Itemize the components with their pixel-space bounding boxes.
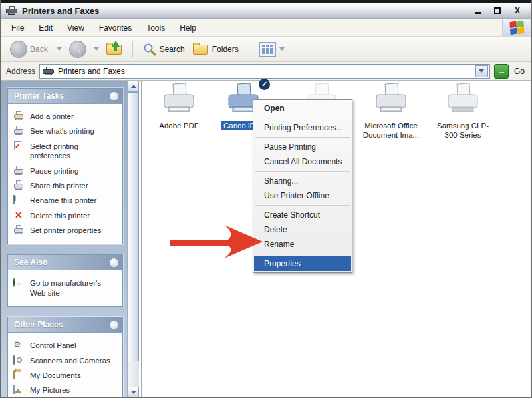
printer-icon bbox=[370, 83, 412, 116]
up-button[interactable] bbox=[104, 41, 125, 57]
menu-tools[interactable]: Tools bbox=[140, 21, 172, 35]
see-also-header[interactable]: See Also bbox=[8, 255, 122, 270]
context-use-printer-offline[interactable]: Use Printer Offline bbox=[253, 188, 352, 203]
context-properties[interactable]: Properties bbox=[254, 256, 351, 271]
link-my-pictures[interactable]: My Pictures bbox=[12, 383, 120, 397]
link-scanners-and-cameras[interactable]: Scanners and Cameras bbox=[12, 353, 120, 368]
context-create-shortcut[interactable]: Create Shortcut bbox=[253, 208, 352, 222]
task-pane: Printer Tasks Add a printer See what's p… bbox=[1, 81, 127, 398]
link-my-documents[interactable]: My Documents bbox=[12, 368, 120, 383]
go-button[interactable]: → bbox=[494, 64, 509, 79]
close-button[interactable]: X bbox=[513, 6, 522, 15]
folders-button[interactable]: Folders bbox=[190, 41, 241, 57]
context-delete[interactable]: Delete bbox=[253, 222, 352, 237]
window-printer-icon bbox=[6, 6, 18, 15]
back-button[interactable]: ← Back bbox=[7, 39, 52, 60]
task-add-a-printer[interactable]: Add a printer bbox=[12, 109, 120, 124]
my-pictures-icon bbox=[13, 385, 25, 395]
go-label: Go bbox=[514, 67, 525, 76]
menu-edit[interactable]: Edit bbox=[32, 21, 59, 35]
views-icon bbox=[259, 42, 276, 57]
task-share-this-printer[interactable]: Share this printer bbox=[12, 178, 120, 193]
search-button[interactable]: Search bbox=[140, 41, 188, 58]
printer-label: Microsoft Office Document Ima... bbox=[360, 122, 422, 140]
back-dropdown-icon[interactable] bbox=[57, 47, 62, 51]
menu-separator bbox=[255, 205, 350, 206]
toolbar: ← Back → Search Folders bbox=[1, 37, 531, 62]
task-delete-this-printer[interactable]: ✕ Delete this printer bbox=[12, 208, 120, 223]
collapse-button[interactable] bbox=[110, 258, 118, 267]
task-see-whats-printing[interactable]: See what's printing bbox=[12, 124, 120, 138]
collapse-button[interactable] bbox=[110, 321, 118, 329]
red-arrow-annotation bbox=[170, 223, 266, 260]
forward-button[interactable]: → bbox=[66, 39, 89, 60]
context-rename[interactable]: Rename bbox=[253, 237, 352, 252]
printer-microsoft-office[interactable]: Microsoft Office Document Ima... bbox=[360, 83, 422, 140]
content-area: Printer Tasks Add a printer See what's p… bbox=[1, 81, 531, 398]
other-places-panel: Other Places ⚙ Control Panel Scanners an… bbox=[7, 317, 123, 398]
title-bar: Printers and Faxes X bbox=[1, 0, 531, 19]
task-select-printing-preferences[interactable]: ✓ Select printing preferences bbox=[12, 139, 120, 164]
task-rename-this-printer[interactable]: Rename this printer bbox=[12, 193, 120, 208]
scrollbar-track[interactable] bbox=[128, 92, 139, 387]
menu-separator bbox=[255, 137, 350, 138]
menu-favorites[interactable]: Favorites bbox=[92, 21, 138, 35]
forward-arrow-icon: → bbox=[69, 41, 86, 58]
menu-file[interactable]: File bbox=[5, 21, 31, 35]
rename-printer-icon bbox=[13, 195, 25, 205]
minimize-button[interactable] bbox=[473, 6, 482, 15]
context-open[interactable]: Open bbox=[253, 101, 352, 116]
address-input[interactable]: Printers and Faxes bbox=[39, 64, 490, 79]
address-dropdown-button[interactable] bbox=[475, 65, 488, 77]
up-folder-icon bbox=[106, 43, 122, 55]
sidebar-scrollbar[interactable] bbox=[127, 81, 139, 398]
printer-tasks-header[interactable]: Printer Tasks bbox=[8, 89, 122, 104]
scrollbar-thumb[interactable] bbox=[128, 92, 139, 361]
website-globe-icon bbox=[13, 278, 25, 288]
collapse-button[interactable] bbox=[110, 92, 118, 100]
printer-icon bbox=[158, 83, 200, 116]
task-set-printer-properties[interactable]: Set printer properties bbox=[12, 223, 120, 238]
maximize-button[interactable] bbox=[493, 6, 502, 15]
forward-dropdown-icon[interactable] bbox=[94, 47, 99, 51]
file-list-area: Adobe PDF ✓ Canon iP45 bbox=[141, 81, 531, 398]
context-cancel-all-documents[interactable]: Cancel All Documents bbox=[253, 154, 352, 169]
printer-icon bbox=[442, 83, 483, 116]
context-printing-preferences[interactable]: Printing Preferences... bbox=[253, 120, 352, 135]
menu-separator bbox=[255, 171, 350, 172]
menu-view[interactable]: View bbox=[61, 21, 91, 35]
context-sharing[interactable]: Sharing... bbox=[253, 174, 352, 188]
address-bar: Address Printers and Faxes → Go bbox=[1, 62, 531, 81]
printer-samsung-clp300[interactable]: Samsung CLP-300 Series bbox=[432, 83, 493, 140]
scanners-cameras-icon bbox=[13, 355, 25, 365]
menu-separator bbox=[255, 118, 350, 118]
folders-icon bbox=[193, 43, 209, 55]
printer-tasks-panel: Printer Tasks Add a printer See what's p… bbox=[7, 88, 123, 244]
context-pause-printing[interactable]: Pause Printing bbox=[253, 140, 352, 154]
printer-label: Samsung CLP-300 Series bbox=[432, 122, 493, 140]
views-dropdown-icon bbox=[279, 47, 285, 51]
add-printer-icon bbox=[13, 111, 25, 121]
task-pause-printing[interactable]: Pause printing bbox=[12, 164, 120, 178]
context-menu: Open Printing Preferences... Pause Print… bbox=[253, 99, 352, 273]
window-title: Printers and Faxes bbox=[22, 6, 473, 16]
scroll-up-button[interactable] bbox=[128, 81, 139, 92]
link-manufacturer-website[interactable]: Go to manufacturer's Web site bbox=[12, 276, 120, 300]
printer-adobe-pdf[interactable]: Adobe PDF bbox=[148, 83, 209, 131]
default-printer-badge: ✓ bbox=[259, 79, 270, 90]
scroll-down-button[interactable] bbox=[128, 387, 139, 398]
menu-bar: File Edit View Favorites Tools Help bbox=[1, 19, 531, 37]
back-arrow-icon: ← bbox=[10, 41, 27, 58]
windows-logo bbox=[502, 19, 531, 36]
toolbar-separator bbox=[132, 41, 133, 58]
menu-help[interactable]: Help bbox=[173, 21, 203, 35]
address-label: Address bbox=[6, 67, 35, 76]
link-control-panel[interactable]: ⚙ Control Panel bbox=[12, 338, 120, 353]
pause-printer-icon bbox=[13, 166, 25, 176]
control-panel-icon: ⚙ bbox=[13, 340, 25, 350]
address-printer-icon bbox=[43, 67, 55, 76]
menu-separator bbox=[255, 254, 350, 254]
other-places-header[interactable]: Other Places bbox=[8, 317, 122, 333]
views-button[interactable] bbox=[257, 40, 289, 59]
my-documents-icon bbox=[13, 370, 25, 380]
